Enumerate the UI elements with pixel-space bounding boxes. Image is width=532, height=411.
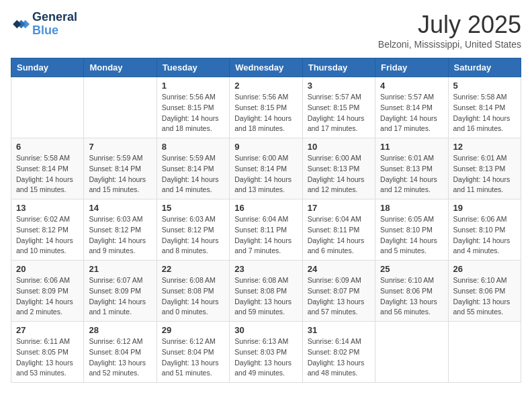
day-number: 23 [234, 264, 297, 274]
day-number: 17 [308, 203, 370, 213]
calendar-cell: 19Sunrise: 6:06 AMSunset: 8:10 PMDayligh… [448, 199, 521, 261]
weekday-header-friday: Friday [375, 58, 448, 77]
day-info: Sunrise: 6:01 AMSunset: 8:13 PMDaylight:… [380, 153, 443, 195]
day-number: 27 [16, 325, 79, 335]
calendar: SundayMondayTuesdayWednesdayThursdayFrid… [11, 58, 521, 383]
day-number: 22 [162, 264, 224, 274]
calendar-cell: 18Sunrise: 6:05 AMSunset: 8:10 PMDayligh… [375, 199, 448, 261]
calendar-cell: 1Sunrise: 5:56 AMSunset: 8:15 PMDaylight… [157, 77, 229, 138]
calendar-cell: 2Sunrise: 5:56 AMSunset: 8:15 PMDaylight… [230, 77, 302, 138]
day-number: 6 [16, 142, 79, 152]
calendar-cell: 15Sunrise: 6:03 AMSunset: 8:12 PMDayligh… [157, 199, 229, 261]
day-info: Sunrise: 6:06 AMSunset: 8:10 PMDaylight:… [453, 214, 516, 257]
day-info: Sunrise: 6:13 AMSunset: 8:03 PMDaylight:… [234, 336, 297, 379]
week-row-5: 27Sunrise: 6:11 AMSunset: 8:05 PMDayligh… [11, 322, 521, 383]
calendar-cell: 13Sunrise: 6:02 AMSunset: 8:12 PMDayligh… [11, 199, 84, 261]
day-number: 21 [89, 264, 151, 274]
day-info: Sunrise: 5:58 AMSunset: 8:14 PMDaylight:… [16, 153, 79, 195]
weekday-header-thursday: Thursday [302, 58, 375, 77]
page-header: General Blue July 2025 Belzoni, Mississi… [11, 11, 521, 50]
day-info: Sunrise: 6:10 AMSunset: 8:06 PMDaylight:… [453, 275, 516, 318]
month-year: July 2025 [378, 11, 521, 39]
day-number: 5 [453, 81, 516, 91]
calendar-cell: 28Sunrise: 6:12 AMSunset: 8:04 PMDayligh… [84, 322, 157, 383]
day-info: Sunrise: 5:59 AMSunset: 8:14 PMDaylight:… [89, 153, 151, 195]
calendar-cell: 31Sunrise: 6:14 AMSunset: 8:02 PMDayligh… [302, 322, 375, 383]
day-info: Sunrise: 6:03 AMSunset: 8:12 PMDaylight:… [162, 214, 224, 257]
day-number: 30 [234, 325, 297, 335]
calendar-cell: 24Sunrise: 6:09 AMSunset: 8:07 PMDayligh… [302, 261, 375, 322]
day-info: Sunrise: 6:12 AMSunset: 8:04 PMDaylight:… [89, 336, 151, 379]
calendar-cell: 29Sunrise: 6:12 AMSunset: 8:04 PMDayligh… [157, 322, 229, 383]
week-row-2: 6Sunrise: 5:58 AMSunset: 8:14 PMDaylight… [11, 138, 521, 199]
weekday-header-sunday: Sunday [11, 58, 84, 77]
weekday-header-tuesday: Tuesday [157, 58, 229, 77]
day-number: 2 [234, 81, 297, 91]
day-info: Sunrise: 5:57 AMSunset: 8:15 PMDaylight:… [308, 92, 370, 134]
calendar-cell: 11Sunrise: 6:01 AMSunset: 8:13 PMDayligh… [375, 138, 448, 199]
calendar-cell: 20Sunrise: 6:06 AMSunset: 8:09 PMDayligh… [11, 261, 84, 322]
calendar-cell: 3Sunrise: 5:57 AMSunset: 8:15 PMDaylight… [302, 77, 375, 138]
day-info: Sunrise: 5:56 AMSunset: 8:15 PMDaylight:… [162, 92, 224, 134]
calendar-cell: 27Sunrise: 6:11 AMSunset: 8:05 PMDayligh… [11, 322, 84, 383]
day-info: Sunrise: 5:56 AMSunset: 8:15 PMDaylight:… [234, 92, 297, 134]
day-number: 8 [162, 142, 224, 152]
logo-icon [11, 15, 30, 34]
day-number: 12 [453, 142, 516, 152]
day-number: 29 [162, 325, 224, 335]
logo-text: General Blue [32, 11, 77, 38]
day-info: Sunrise: 6:11 AMSunset: 8:05 PMDaylight:… [16, 336, 79, 379]
day-number: 9 [234, 142, 297, 152]
day-number: 26 [453, 264, 516, 274]
day-info: Sunrise: 6:14 AMSunset: 8:02 PMDaylight:… [308, 336, 370, 379]
weekday-header-saturday: Saturday [448, 58, 521, 77]
calendar-cell: 4Sunrise: 5:57 AMSunset: 8:14 PMDaylight… [375, 77, 448, 138]
day-number: 1 [162, 81, 224, 91]
day-info: Sunrise: 6:08 AMSunset: 8:08 PMDaylight:… [162, 275, 224, 318]
day-number: 14 [89, 203, 151, 213]
day-number: 19 [453, 203, 516, 213]
day-number: 7 [89, 142, 151, 152]
location: Belzoni, Mississippi, United States [378, 39, 521, 50]
calendar-cell: 22Sunrise: 6:08 AMSunset: 8:08 PMDayligh… [157, 261, 229, 322]
day-number: 4 [380, 81, 443, 91]
day-info: Sunrise: 6:00 AMSunset: 8:13 PMDaylight:… [308, 153, 370, 195]
calendar-cell: 25Sunrise: 6:10 AMSunset: 8:06 PMDayligh… [375, 261, 448, 322]
calendar-cell [448, 322, 521, 383]
week-row-1: 1Sunrise: 5:56 AMSunset: 8:15 PMDaylight… [11, 77, 521, 138]
day-info: Sunrise: 5:57 AMSunset: 8:14 PMDaylight:… [380, 92, 443, 134]
calendar-cell [375, 322, 448, 383]
title-block: July 2025 Belzoni, Mississippi, United S… [378, 11, 521, 50]
day-number: 24 [308, 264, 370, 274]
day-number: 3 [308, 81, 370, 91]
day-number: 31 [308, 325, 370, 335]
calendar-cell: 30Sunrise: 6:13 AMSunset: 8:03 PMDayligh… [230, 322, 302, 383]
day-info: Sunrise: 6:12 AMSunset: 8:04 PMDaylight:… [162, 336, 224, 379]
calendar-cell: 5Sunrise: 5:58 AMSunset: 8:14 PMDaylight… [448, 77, 521, 138]
day-info: Sunrise: 6:09 AMSunset: 8:07 PMDaylight:… [308, 275, 370, 318]
day-info: Sunrise: 6:04 AMSunset: 8:11 PMDaylight:… [308, 214, 370, 257]
calendar-cell: 7Sunrise: 5:59 AMSunset: 8:14 PMDaylight… [84, 138, 157, 199]
day-info: Sunrise: 6:07 AMSunset: 8:09 PMDaylight:… [89, 275, 151, 318]
day-number: 15 [162, 203, 224, 213]
calendar-cell: 21Sunrise: 6:07 AMSunset: 8:09 PMDayligh… [84, 261, 157, 322]
day-info: Sunrise: 6:01 AMSunset: 8:13 PMDaylight:… [453, 153, 516, 195]
week-row-3: 13Sunrise: 6:02 AMSunset: 8:12 PMDayligh… [11, 199, 521, 261]
day-info: Sunrise: 6:03 AMSunset: 8:12 PMDaylight:… [89, 214, 151, 257]
day-number: 11 [380, 142, 443, 152]
day-info: Sunrise: 6:02 AMSunset: 8:12 PMDaylight:… [16, 214, 79, 257]
day-number: 18 [380, 203, 443, 213]
day-number: 20 [16, 264, 79, 274]
calendar-cell: 16Sunrise: 6:04 AMSunset: 8:11 PMDayligh… [230, 199, 302, 261]
day-number: 13 [16, 203, 79, 213]
calendar-cell: 12Sunrise: 6:01 AMSunset: 8:13 PMDayligh… [448, 138, 521, 199]
day-number: 16 [234, 203, 297, 213]
day-info: Sunrise: 6:00 AMSunset: 8:14 PMDaylight:… [234, 153, 297, 195]
calendar-cell: 10Sunrise: 6:00 AMSunset: 8:13 PMDayligh… [302, 138, 375, 199]
day-info: Sunrise: 5:58 AMSunset: 8:14 PMDaylight:… [453, 92, 516, 134]
weekday-header-wednesday: Wednesday [230, 58, 302, 77]
day-number: 10 [308, 142, 370, 152]
calendar-cell: 8Sunrise: 5:59 AMSunset: 8:14 PMDaylight… [157, 138, 229, 199]
calendar-cell: 14Sunrise: 6:03 AMSunset: 8:12 PMDayligh… [84, 199, 157, 261]
day-number: 28 [89, 325, 151, 335]
